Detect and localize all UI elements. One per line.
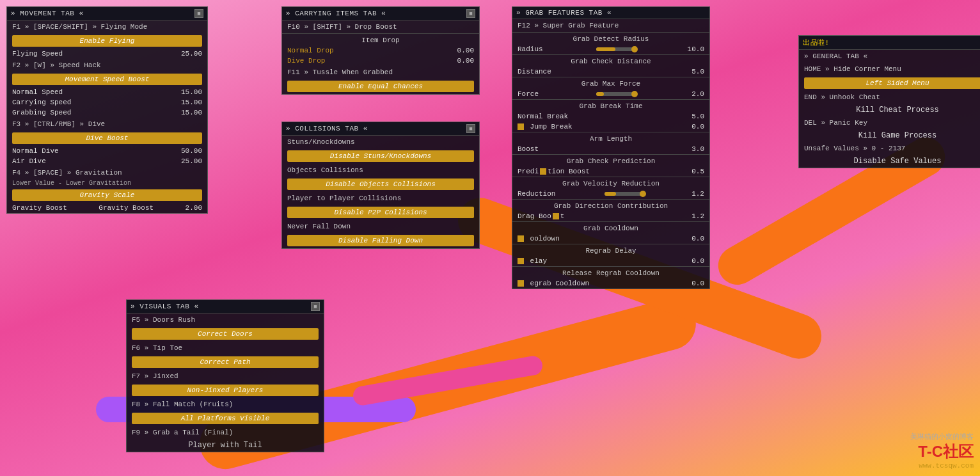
regrab-delay-title: Regrab Delay xyxy=(512,244,709,256)
disable-safe-label[interactable]: Disable Safe Values xyxy=(854,157,942,166)
normal-drop-label: Normal Drop xyxy=(287,47,334,54)
movement-shortcut2: F2 » [W] » Speed Hack xyxy=(7,59,207,72)
movement-panel-header: » MOVEMENT TAB « ■ xyxy=(7,7,207,20)
carrying-panel-title: » CARRYING ITEMS TAB « xyxy=(286,10,386,17)
normal-dive-row: Normal Dive 50.00 xyxy=(7,146,207,156)
movement-close-btn[interactable]: ■ xyxy=(194,9,203,18)
visuals-panel-header: » VISUALS TAB « ■ xyxy=(127,300,324,313)
del-panic-label: DEL » Panic Key xyxy=(799,116,980,129)
force-value: 2.0 xyxy=(692,90,704,98)
disable-objects-button[interactable]: Disable Objects Collisions xyxy=(287,178,474,190)
normal-dive-label: Normal Dive xyxy=(12,147,59,155)
carrying-shortcut1: F10 » [SHIFT] » Drop Boost xyxy=(282,20,479,33)
watermark-brand: T-C社区 xyxy=(918,441,974,462)
correct-doors-button[interactable]: Correct Doors xyxy=(132,328,319,340)
gravity-boost-label: Gravity Boost xyxy=(12,204,67,212)
disable-falling-button[interactable]: Disable Falling Down xyxy=(287,235,474,246)
gravity-boost-value: 2.00 xyxy=(186,204,202,212)
delay-label: elay xyxy=(518,257,547,265)
visuals-shortcut4: F8 » Fall Match (Fruits) xyxy=(127,398,324,411)
correct-path-button[interactable]: Correct Path xyxy=(132,356,319,368)
movement-shortcut1: F1 » [SPACE/SHIFT] » Flying Mode xyxy=(7,20,207,33)
force-label: Force xyxy=(518,90,539,98)
air-dive-label: Air Dive xyxy=(12,157,46,165)
gravity-scale-button[interactable]: Gravity Scale xyxy=(12,189,202,201)
boost-value: 3.0 xyxy=(692,145,704,153)
reduction-row: Reduction 1.2 xyxy=(512,189,709,199)
gravity-boost-text: Gravity Boost xyxy=(99,204,154,212)
collisions-close-btn[interactable]: ■ xyxy=(466,124,475,133)
dive-drop-value: 0.00 xyxy=(457,57,474,65)
disable-stuns-button[interactable]: Disable Stuns/Knockdowns xyxy=(287,150,474,162)
grab-direction-contribution-title: Grab Direction Contribution xyxy=(512,199,709,211)
player-with-tail-label: Player with Tail xyxy=(188,441,262,450)
watermark: 美琳猫的小窝的博客 T-C社区 www.tcsqw.com xyxy=(910,432,974,470)
kill-game-label[interactable]: Kill Game Process xyxy=(858,131,937,140)
grab-detect-radius-title: Grab Detect Radius xyxy=(512,32,709,44)
visuals-shortcut2: F6 » Tip Toe xyxy=(127,342,324,354)
regrab-cooldown-row: egrab Cooldown 0.0 xyxy=(512,278,709,289)
player-with-tail-row: Player with Tail xyxy=(127,439,324,452)
grab-max-force-title: Grab Max Force xyxy=(512,77,709,89)
release-regrab-cooldown-title: Release Regrab Cooldown xyxy=(512,266,709,278)
carrying-speed-label: Carrying Speed xyxy=(12,99,71,106)
grabbing-speed-label: Grabbing Speed xyxy=(12,109,71,116)
grab-panel-header: » GRAB FEATURES TAB « xyxy=(512,7,709,19)
normal-speed-label: Normal Speed xyxy=(12,88,63,96)
stuns-label: Stuns/Knockdowns xyxy=(282,136,479,148)
left-sided-menu-button[interactable]: Left Sided Menu xyxy=(804,77,980,89)
non-jinxed-button[interactable]: Non-Jinxed Players xyxy=(132,385,319,396)
movement-speed-boost-button[interactable]: Movement Speed Boost xyxy=(12,74,202,85)
flying-speed-label: Flying Speed xyxy=(12,50,63,58)
carrying-speed-value: 15.00 xyxy=(181,99,202,106)
kill-game-row: Kill Game Process xyxy=(799,129,980,142)
reduction-slider[interactable] xyxy=(605,192,643,196)
movement-shortcut3: F3 » [CTRL/RMB] » Dive xyxy=(7,118,207,131)
boost-label: Boost xyxy=(518,145,539,153)
gravity-lower-label: Lower Value - Lower Gravitation xyxy=(7,179,207,187)
regrab-cooldown-label: egrab Cooldown xyxy=(518,280,589,287)
enable-flying-button[interactable]: Enable Flying xyxy=(12,35,202,47)
cooldown-value: 0.0 xyxy=(692,235,704,242)
prediction-boost-label: Predition Boost xyxy=(518,168,590,175)
kill-cheat-row: Kill Cheat Process xyxy=(799,104,980,116)
carrying-speed-row: Carrying Speed 15.00 xyxy=(7,97,207,107)
normal-break-row: Normal Break 5.0 xyxy=(512,111,709,122)
collisions-panel: » COLLISIONS TAB « ■ Stuns/Knockdowns Di… xyxy=(281,122,480,249)
normal-break-label: Normal Break xyxy=(518,113,568,120)
normal-dive-value: 50.00 xyxy=(181,147,202,155)
force-row: Force 2.0 xyxy=(512,89,709,99)
delay-row: elay 0.0 xyxy=(512,256,709,266)
boost-row: Boost 3.0 xyxy=(512,144,709,154)
air-dive-row: Air Dive 25.00 xyxy=(7,156,207,166)
prediction-boost-row: Predition Boost 0.5 xyxy=(512,166,709,177)
grabbing-speed-value: 15.00 xyxy=(181,109,202,116)
dive-boost-button[interactable]: Dive Boost xyxy=(12,132,202,144)
distance-label: Distance xyxy=(518,68,551,75)
grab-panel-title: » GRAB FEATURES TAB « xyxy=(516,9,612,17)
general-panel: 出品啦! » GENERAL TAB « HOME » Hide Corner … xyxy=(798,35,980,168)
enable-equal-chances-button[interactable]: Enable Equal Chances xyxy=(287,81,474,92)
disable-safe-row: Disable Safe Values xyxy=(799,155,980,168)
drag-boost-label: Drag Boot xyxy=(518,212,564,220)
all-platforms-button[interactable]: All Platforms Visible xyxy=(132,413,319,424)
radius-slider[interactable] xyxy=(596,47,635,51)
disable-p2p-button[interactable]: Disable P2P Collisions xyxy=(287,207,474,218)
carrying-close-btn[interactable]: ■ xyxy=(466,9,475,18)
visuals-panel-title: » VISUALS TAB « xyxy=(130,303,199,310)
normal-speed-row: Normal Speed 15.00 xyxy=(7,87,207,97)
visuals-shortcut1: F5 » Doors Rush xyxy=(127,313,324,326)
home-hide-label: HOME » Hide Corner Menu xyxy=(799,63,980,75)
carrying-panel-header: » CARRYING ITEMS TAB « ■ xyxy=(282,7,479,20)
air-dive-value: 25.00 xyxy=(181,157,202,165)
visuals-close-btn[interactable]: ■ xyxy=(311,302,320,311)
force-slider[interactable] xyxy=(596,92,635,96)
radius-row: Radius 10.0 xyxy=(512,44,709,54)
kill-cheat-label[interactable]: Kill Cheat Process xyxy=(856,106,939,115)
grab-shortcut1: F12 » Super Grab Feature xyxy=(512,19,709,32)
drag-boost-row: Drag Boot 1.2 xyxy=(512,211,709,221)
grab-velocity-reduction-title: Grab Velocity Reduction xyxy=(512,177,709,189)
objects-collisions-label: Objects Collisions xyxy=(282,164,479,177)
flying-speed-row: Flying Speed 25.00 xyxy=(7,49,207,59)
movement-panel-title: » MOVEMENT TAB « xyxy=(11,10,84,17)
